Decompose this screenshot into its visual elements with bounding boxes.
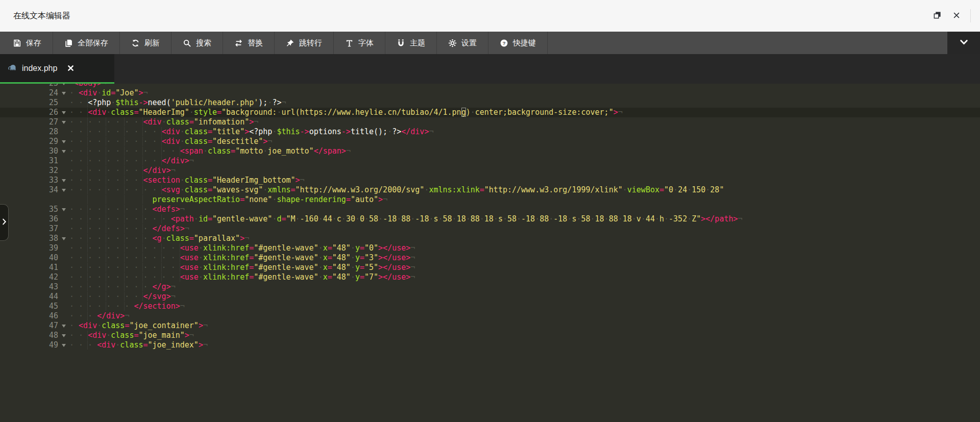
window-title: 在线文本编辑器 xyxy=(13,11,70,21)
goto-line-label: 跳转行 xyxy=(299,38,322,48)
gutter-line-number xyxy=(0,195,69,205)
code-line[interactable]: 31· · · · · · · · · · </div>¬ xyxy=(0,156,980,166)
line-number: 23 xyxy=(49,84,58,88)
refresh-icon xyxy=(131,39,140,47)
code-line[interactable]: 29· · · · · · · · · · <div·class="descti… xyxy=(0,137,980,146)
fold-arrow-icon[interactable] xyxy=(62,179,66,182)
code-line[interactable]: 30· · · · · · · · · · · · <span·class="m… xyxy=(0,146,980,156)
line-number: 32 xyxy=(49,166,58,176)
tab-close-button[interactable] xyxy=(67,65,74,71)
code-line[interactable]: 40· · · · · · · · · · · · <use·xlink:hre… xyxy=(0,253,980,263)
window-controls xyxy=(932,9,971,22)
svg-text:?: ? xyxy=(502,40,505,46)
search-button[interactable]: 搜索 xyxy=(172,32,223,54)
code-line[interactable]: 23·<body>¬ xyxy=(0,84,980,88)
font-button[interactable]: 字体 xyxy=(334,32,385,54)
fold-arrow-icon[interactable] xyxy=(62,344,66,347)
code-line[interactable]: 47· <div·class="joe_container">¬ xyxy=(0,321,980,331)
code-line-text: · · · · · · · · · · · · <use·xlink:href=… xyxy=(69,263,415,272)
code-line-text: · · · · · · · · · · · · <use·xlink:href=… xyxy=(69,253,415,263)
code-line[interactable]: 46· · · </div>¬ xyxy=(0,311,980,321)
code-line[interactable]: 33· · · · · · · · <section·class="Header… xyxy=(0,176,980,185)
code-line[interactable]: 49· · · <div·class="joe_index">¬ xyxy=(0,340,980,350)
code-line[interactable]: 48· · <div·class="joe_main">¬ xyxy=(0,331,980,340)
code-line-text: · · · · · · · </section>¬ xyxy=(69,302,185,311)
line-number: 40 xyxy=(49,253,58,263)
fold-arrow-icon[interactable] xyxy=(62,111,66,114)
shortcuts-button[interactable]: ?快捷键 xyxy=(488,32,548,54)
save-all-button[interactable]: 全部保存 xyxy=(53,32,120,54)
restore-icon xyxy=(933,11,942,21)
code-line[interactable]: 38· · · · · · · · · <g·class="parallax">… xyxy=(0,234,980,243)
restore-window-button[interactable] xyxy=(932,10,943,21)
code-line[interactable]: 42· · · · · · · · · · · · <use·xlink:hre… xyxy=(0,272,980,282)
gutter-line-number: 37 xyxy=(0,224,69,234)
code-line[interactable]: 27· · · · · · · · <div·class="infomation… xyxy=(0,117,980,127)
fold-arrow-icon[interactable] xyxy=(62,84,66,85)
gutter-line-number: 23 xyxy=(0,84,69,88)
code-line[interactable]: 43· · · · · · · · · </g>¬ xyxy=(0,282,980,292)
toolbar-collapse-button[interactable] xyxy=(947,32,980,54)
settings-button[interactable]: 设置 xyxy=(437,32,488,54)
save-button[interactable]: 保存 xyxy=(0,32,53,54)
gutter-line-number: 40 xyxy=(0,253,69,263)
theme-button[interactable]: 主题 xyxy=(385,32,437,54)
replace-button[interactable]: 替换 xyxy=(223,32,275,54)
code-line-text: · · · · · · · · · · <div·class="title"><… xyxy=(69,127,433,137)
code-line-text: · · · · · · · · · · <svg·class="waves-sv… xyxy=(69,185,724,195)
goto-line-button[interactable]: 跳转行 xyxy=(275,32,334,54)
gutter-line-number: 33 xyxy=(0,176,69,185)
fold-arrow-icon[interactable] xyxy=(62,189,66,192)
help-icon: ? xyxy=(500,39,508,47)
code-line[interactable]: 26· · <div·class="HeaderImg"·style="back… xyxy=(0,108,980,117)
code-line[interactable]: 24· <div·id="Joe">¬ xyxy=(0,88,980,98)
code-line[interactable]: 37· · · · · · · · · </defs>¬ xyxy=(0,224,980,234)
code-line-text: · · · · · · · · </svg>¬ xyxy=(69,292,176,302)
code-line[interactable]: 44· · · · · · · · </svg>¬ xyxy=(0,292,980,302)
fold-arrow-icon[interactable] xyxy=(62,150,66,153)
line-number: 42 xyxy=(49,272,58,282)
line-number: 47 xyxy=(49,321,58,331)
fold-arrow-icon[interactable] xyxy=(62,121,66,124)
line-number: 28 xyxy=(49,127,58,137)
code-line[interactable]: 25· · <?php·$this->need('public/header.p… xyxy=(0,98,980,108)
line-number: 43 xyxy=(49,282,58,292)
code-line-text: · · · · · · · · <section·class="HeaderIm… xyxy=(69,176,305,185)
refresh-button[interactable]: 刷新 xyxy=(120,32,172,54)
code-line[interactable]: preserveAspectRatio="none"·shape-renderi… xyxy=(0,195,980,205)
pushpin-icon xyxy=(286,39,295,47)
fold-arrow-icon[interactable] xyxy=(62,325,66,328)
code-line[interactable]: 32· · · · · · · · </div>¬ xyxy=(0,166,980,176)
gutter-line-number: 29 xyxy=(0,137,69,146)
gutter-line-number: 24 xyxy=(0,88,69,98)
gutter-line-number: 27 xyxy=(0,117,69,127)
code-line[interactable]: 34· · · · · · · · · · <svg·class="waves-… xyxy=(0,185,980,195)
code-line-text: · · · <div·class="joe_index">¬ xyxy=(69,340,208,350)
line-number: 35 xyxy=(49,205,58,214)
code-line[interactable]: 39· · · · · · · · · · · · <use·xlink:hre… xyxy=(0,243,980,253)
code-line[interactable]: 28· · · · · · · · · · <div·class="title"… xyxy=(0,127,980,137)
code-line[interactable]: 35· · · · · · · · · <defs>¬ xyxy=(0,205,980,214)
code-line-text: · · · · · · · · · · · <path·id="gentle-w… xyxy=(69,214,743,224)
code-editor[interactable]: 23·<body>¬24· <div·id="Joe">¬25· · <?php… xyxy=(0,84,980,422)
code-line[interactable]: 41· · · · · · · · · · · · <use·xlink:hre… xyxy=(0,263,980,272)
sidebar-expand-button[interactable] xyxy=(0,204,9,241)
fold-arrow-icon[interactable] xyxy=(62,208,66,211)
fold-arrow-icon[interactable] xyxy=(62,334,66,337)
code-line[interactable]: 45· · · · · · · </section>¬ xyxy=(0,302,980,311)
code-line-text: · · · · · · · · · <defs>¬ xyxy=(69,205,185,214)
fold-arrow-icon[interactable] xyxy=(62,237,66,240)
fold-arrow-icon[interactable] xyxy=(62,92,66,95)
code-line-text: · · · · · · · · · </defs>¬ xyxy=(69,224,189,234)
tab-index.php[interactable]: index.php xyxy=(0,54,114,84)
gutter-line-number: 31 xyxy=(0,156,69,166)
code-line[interactable]: 36· · · · · · · · · · · <path·id="gentle… xyxy=(0,214,980,224)
gutter-line-number: 43 xyxy=(0,282,69,292)
fold-arrow-icon[interactable] xyxy=(62,140,66,143)
line-number: 26 xyxy=(49,108,58,117)
close-window-button[interactable] xyxy=(951,10,962,21)
line-number: 39 xyxy=(49,243,58,253)
line-number: 30 xyxy=(49,146,58,156)
toolbar-buttons: 保存全部保存刷新搜索替换跳转行字体主题设置?快捷键 xyxy=(0,32,548,54)
line-number: 41 xyxy=(49,263,58,272)
